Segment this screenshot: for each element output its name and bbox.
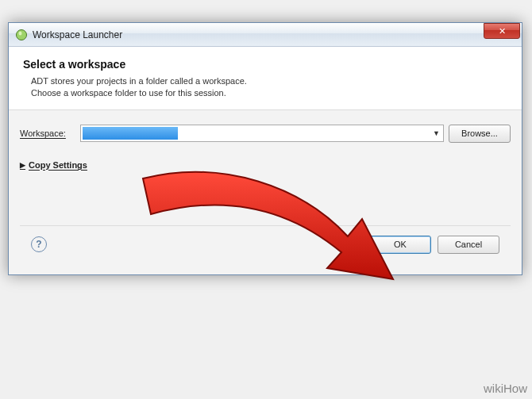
- help-icon: ?: [36, 239, 41, 250]
- dialog-header: Select a workspace ADT stores your proje…: [9, 47, 522, 110]
- form-area: Workspace: ▼ Browse... ▶ Copy Settings ?…: [9, 110, 522, 274]
- copy-settings-toggle[interactable]: ▶ Copy Settings: [20, 160, 511, 170]
- copy-settings-label: Copy Settings: [29, 160, 87, 170]
- close-icon: ✕: [499, 26, 506, 36]
- triangle-right-icon: ▶: [20, 161, 25, 169]
- workspace-label: Workspace:: [20, 129, 75, 138]
- dialog-title: Workspace Launcher: [33, 29, 484, 40]
- close-button[interactable]: ✕: [484, 23, 520, 39]
- header-heading: Select a workspace: [23, 58, 507, 71]
- workspace-selection-highlight: [83, 127, 178, 140]
- browse-button[interactable]: Browse...: [449, 125, 511, 143]
- header-line2: Choose a workspace folder to use for thi…: [31, 87, 507, 99]
- dialog-footer: ? OK Cancel: [20, 225, 511, 265]
- header-line1: ADT stores your projects in a folder cal…: [31, 75, 507, 87]
- cancel-button[interactable]: Cancel: [438, 236, 499, 254]
- header-description: ADT stores your projects in a folder cal…: [31, 75, 507, 100]
- app-icon: [15, 29, 28, 41]
- workspace-combobox[interactable]: ▼: [80, 125, 444, 142]
- ok-button[interactable]: OK: [369, 236, 431, 254]
- chevron-down-icon: ▼: [433, 129, 440, 137]
- help-button[interactable]: ?: [31, 236, 47, 252]
- svg-point-1: [19, 31, 22, 35]
- workspace-launcher-dialog: Workspace Launcher ✕ Select a workspace …: [8, 22, 522, 275]
- titlebar: Workspace Launcher ✕: [9, 23, 522, 47]
- workspace-row: Workspace: ▼ Browse...: [20, 125, 511, 143]
- watermark: wikiHow: [484, 382, 527, 396]
- svg-point-0: [17, 29, 27, 40]
